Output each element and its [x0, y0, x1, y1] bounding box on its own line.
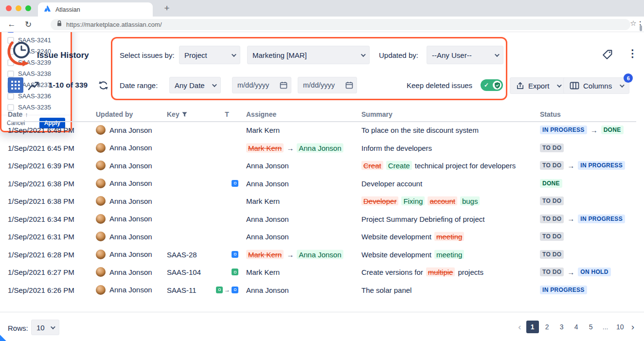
- kebab-menu-icon[interactable]: ⋮: [627, 48, 638, 59]
- text: Anna Jonson: [246, 162, 289, 170]
- columns-button[interactable]: Columns 6: [563, 77, 629, 94]
- cell-date: 1/Sep/2021 6:31 PM: [8, 233, 93, 241]
- chevron-down-icon: [495, 52, 500, 57]
- status-badge: IN PROGRESS: [540, 286, 587, 294]
- text: Developer account: [361, 179, 422, 187]
- cell-status: TO DO: [540, 232, 640, 241]
- cell-summary: Website developmentmeeting: [361, 232, 538, 241]
- page-button[interactable]: 10: [614, 321, 626, 333]
- column-header-assignee[interactable]: Assignee: [246, 110, 360, 118]
- cell-status: TO DO→ON HOLD: [540, 268, 640, 276]
- text: Mark Kern: [246, 197, 280, 205]
- text: projects: [458, 268, 483, 276]
- column-header-updated-by[interactable]: Updated by: [96, 110, 165, 118]
- zoom-window-button[interactable]: [25, 5, 31, 11]
- status-badge: DONE: [601, 126, 624, 134]
- cell-summary: Create versions formultipieprojects: [361, 268, 538, 277]
- added-text: Fixing: [401, 197, 425, 206]
- change-arrow-icon: →: [286, 250, 294, 258]
- date-range-dropdown[interactable]: Any Date: [169, 77, 221, 93]
- column-header-summary[interactable]: Summary: [361, 110, 538, 118]
- column-header-key[interactable]: Key: [167, 110, 215, 118]
- cell-status: TO DO: [540, 250, 640, 259]
- cell-date: 1/Sep/2021 6:26 PM: [8, 286, 93, 294]
- rows-per-page-select[interactable]: 10: [31, 320, 59, 335]
- page-title: Issue History: [37, 51, 89, 60]
- page-button[interactable]: 4: [570, 321, 583, 333]
- filter-funnel-icon[interactable]: [182, 112, 187, 117]
- page-button[interactable]: 2: [541, 321, 554, 333]
- checkbox-unchecked-icon[interactable]: [7, 71, 14, 77]
- close-window-button[interactable]: [6, 5, 12, 11]
- column-header-date[interactable]: Date ↑: [8, 110, 93, 118]
- cell-summary: CreatCreatetechnical project for develop…: [361, 161, 538, 170]
- updated-by-name: Anna Jonson: [109, 197, 152, 205]
- previous-page-button[interactable]: ‹: [515, 322, 524, 332]
- avatar: [96, 143, 106, 153]
- browser-tab[interactable]: Atlassian: [38, 2, 153, 17]
- address-bar[interactable]: https://marketplace.atlassian.com/: [51, 19, 630, 30]
- status-badge: IN PROGRESS: [578, 215, 625, 223]
- updated-by-name: Anna Jonson: [109, 268, 152, 276]
- results-count: 1-10 of 339: [49, 81, 88, 90]
- project-dropdown[interactable]: Marketing [MAR]: [247, 46, 370, 64]
- browser-menu-icon[interactable]: ⋮: [634, 18, 644, 30]
- select-issues-by-label: Select issues by:: [120, 51, 175, 59]
- page-button[interactable]: 5: [585, 321, 597, 333]
- next-page-button[interactable]: ›: [628, 322, 637, 332]
- tab-title: Atlassian: [55, 6, 80, 13]
- column-header-type[interactable]: T: [215, 110, 238, 118]
- back-button[interactable]: ←: [6, 18, 18, 30]
- scrollbar-thumb[interactable]: [640, 25, 642, 31]
- status-badge: TO DO: [540, 215, 564, 223]
- added-text: Anna Jonson: [297, 143, 343, 152]
- column-header-status[interactable]: Status: [540, 110, 640, 118]
- select-issues-by-dropdown[interactable]: Project: [179, 46, 240, 64]
- page-button[interactable]: 1: [526, 321, 539, 333]
- table-row: 1/Sep/2021 6:27 PMAnna JonsonSAAS-104Mar…: [0, 263, 644, 281]
- new-tab-button[interactable]: +: [161, 2, 173, 15]
- status-badge: TO DO: [540, 161, 564, 170]
- refresh-icon: [98, 80, 108, 90]
- calendar-icon[interactable]: [280, 81, 287, 89]
- change-arrow-icon: →: [567, 215, 574, 223]
- cell-summary: Website developmentmeeting: [361, 250, 538, 259]
- cell-assignee: Mark Kern→Anna Jonson: [246, 143, 360, 152]
- avatar: [96, 196, 106, 206]
- shield-icon: [493, 81, 501, 90]
- removed-text: Mark Kern: [246, 143, 284, 152]
- chart-view-button[interactable]: [26, 78, 41, 93]
- updated-by-dropdown[interactable]: --Any User--: [427, 46, 503, 64]
- status-badge: TO DO: [540, 197, 564, 205]
- added-text: bugs: [460, 197, 480, 206]
- calendar-icon[interactable]: [345, 81, 353, 89]
- cell-date: 1/Sep/2021 6:38 PM: [8, 197, 93, 205]
- page-button[interactable]: 3: [555, 321, 568, 333]
- cell-assignee: Mark Kern→Anna Jonson: [246, 250, 360, 259]
- reload-button[interactable]: ↻: [22, 18, 34, 30]
- checkbox-unchecked-icon[interactable]: [7, 93, 14, 100]
- removed-text: Creat: [361, 161, 383, 170]
- text: Website development: [361, 250, 431, 258]
- minimize-window-button[interactable]: [16, 5, 21, 11]
- tag-icon[interactable]: [601, 49, 613, 63]
- cell-updated-by: Anna Jonson: [96, 125, 165, 135]
- pagination-pages: 12345...10: [526, 321, 626, 333]
- page-button: ...: [599, 321, 612, 333]
- avatar: [96, 179, 106, 188]
- text: Create versions for: [361, 268, 423, 276]
- export-button[interactable]: Export: [510, 77, 567, 94]
- cell-summary: The solar panel: [361, 286, 538, 294]
- table-row: 1/Sep/2021 6:34 PMAnna JonsonAnna Jonson…: [0, 210, 644, 228]
- chevron-down-icon: [212, 82, 217, 87]
- keep-deleted-toggle[interactable]: ✓: [481, 79, 503, 91]
- cell-updated-by: Anna Jonson: [96, 179, 165, 188]
- grid-view-button[interactable]: [8, 77, 23, 93]
- sort-asc-icon: ↑: [25, 111, 28, 118]
- chevron-down-icon: [557, 83, 562, 88]
- cell-summary: DeveloperFixingaccountbugs: [361, 197, 538, 206]
- key-filter-option-label: SAAS-3238: [18, 70, 51, 77]
- check-icon: ✓: [484, 82, 489, 89]
- refresh-button[interactable]: [98, 80, 108, 92]
- cell-assignee: Mark Kern: [246, 126, 360, 134]
